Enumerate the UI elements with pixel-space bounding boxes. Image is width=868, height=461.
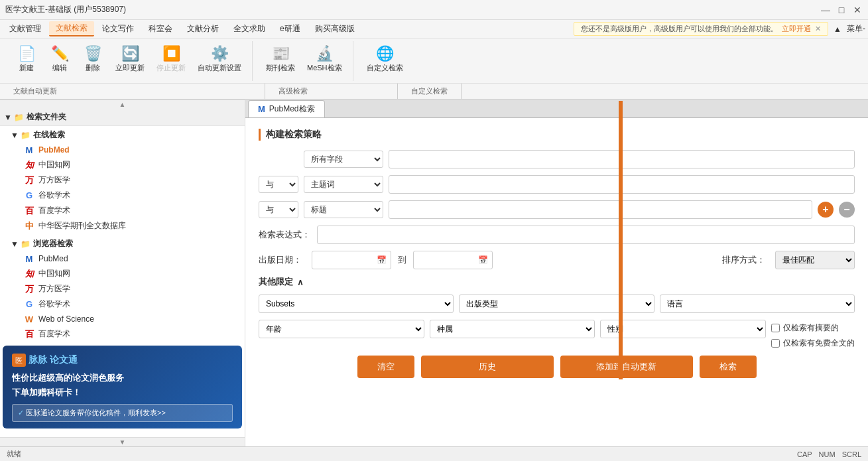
pubmed2-icon: M: [24, 253, 34, 264]
close-button[interactable]: ✕: [852, 5, 863, 15]
sidebar-scroll-down[interactable]: ▼: [0, 437, 245, 446]
tree-root[interactable]: ▼ 📁 检索文件夹: [0, 109, 245, 126]
species-select[interactable]: 种属: [430, 320, 595, 338]
field-select-1[interactable]: 所有字段 标题 摘要 主题词 作者 期刊: [304, 151, 383, 168]
menu-paper[interactable]: 论文写作: [95, 22, 141, 36]
remove-row-button[interactable]: −: [839, 202, 855, 218]
checkbox-group: 仅检索有摘要的 仅检索有免费全文的: [771, 320, 855, 349]
lang-select[interactable]: 语言: [660, 295, 855, 313]
zhonghua-icon: 中: [24, 221, 34, 231]
sidebar-item-google[interactable]: G 谷歌学术: [0, 188, 245, 203]
pub-type-select[interactable]: 出版类型: [459, 295, 654, 313]
toolbar-mesh-search[interactable]: 🔬 MeSH检索: [302, 44, 347, 76]
menu-search[interactable]: 文献检索: [49, 21, 94, 36]
sidebar-item-pubmed[interactable]: M PubMed: [0, 143, 245, 157]
sidebar-item-zhonghua[interactable]: 中 中华医学期刊全文数据库: [0, 218, 245, 233]
check-abstract-label[interactable]: 仅检索有摘要的: [771, 322, 839, 334]
banner-button[interactable]: ✓ 医脉通论文服务帮你优化稿件，顺利发表>>: [12, 404, 233, 422]
search-input-3[interactable]: [389, 200, 812, 219]
date-from[interactable]: 📅: [312, 251, 391, 269]
menu-etong[interactable]: e研通: [273, 22, 307, 36]
limits-label: 其他限定: [259, 276, 293, 288]
baidu2-icon: 百: [24, 329, 34, 340]
gender-select[interactable]: 性别: [600, 320, 766, 338]
toolbar-stop-update[interactable]: ⏹️ 停止更新: [151, 44, 191, 76]
sidebar-item-wanfang[interactable]: 万 万方医学: [0, 172, 245, 188]
autoupdate-button[interactable]: 添加到自动更新: [560, 356, 693, 378]
sidebar-item-google2[interactable]: G 谷歌学术: [0, 296, 245, 312]
search-row-3: 与 或 非 标题 主题词 摘要 作者 期刊 + −: [259, 200, 855, 219]
section-advanced: 高级检索: [265, 84, 398, 99]
field-select-3[interactable]: 标题 主题词 摘要 作者 期刊: [304, 201, 383, 218]
age-select[interactable]: 年龄: [259, 320, 424, 338]
history-button[interactable]: 历史: [421, 356, 554, 378]
subsets-select[interactable]: Subsets: [259, 295, 454, 313]
connector-select-2[interactable]: 与 或 非: [259, 176, 298, 193]
search-input-2[interactable]: [389, 175, 855, 194]
field-select-2[interactable]: 主题词 标题 摘要 作者 期刊: [304, 176, 383, 193]
menu-upgrade[interactable]: 购买高级版: [308, 22, 361, 36]
add-row-button[interactable]: +: [818, 202, 834, 218]
status-bar: 就绪 CAP NUM SCRL: [0, 446, 868, 461]
menu-literature[interactable]: 文献管理: [3, 22, 48, 36]
limits-chevron: ∧: [297, 277, 304, 287]
toolbar-journal-search[interactable]: 📰 期刊检索: [261, 44, 300, 76]
main-area: ▲ ▼ 📁 检索文件夹 ▼ 📁 在线检索 M PubMed: [0, 99, 868, 446]
sidebar-scroll-up[interactable]: ▲: [0, 99, 245, 109]
toolbar-group-auto-update: 📄 新建 ✏️ 编辑 🗑️ 删除 🔄 立即更新 ⏹️ 停止更新 ⚙️ 自动更新设…: [5, 41, 253, 81]
banner-btn-label: 医脉通论文服务帮你优化稿件，顺利发表>>: [26, 407, 166, 419]
clear-button[interactable]: 清空: [357, 356, 414, 378]
limits-header[interactable]: 其他限定 ∧: [259, 276, 855, 288]
custom-search-icon: 🌐: [376, 46, 394, 61]
sidebar-item-pubmed2[interactable]: M PubMed: [0, 251, 245, 266]
toolbar-update-now[interactable]: 🔄 立即更新: [110, 44, 150, 76]
toolbar-auto-settings[interactable]: ⚙️ 自动更新设置: [192, 44, 247, 76]
maximize-button[interactable]: □: [836, 5, 847, 15]
wanfang2-icon: 万: [24, 284, 34, 295]
limits-grid-1: Subsets 出版类型 语言: [259, 295, 855, 313]
connector-select-3[interactable]: 与 或 非: [259, 201, 298, 218]
search-input-1[interactable]: [389, 150, 855, 168]
toolbar-new[interactable]: 📄 新建: [11, 44, 42, 76]
online-search-header[interactable]: ▼ 📁 在线检索: [0, 127, 245, 143]
minimize-button[interactable]: —: [820, 5, 831, 15]
limits-row-2: 年龄 种属 性别 仅检索有摘要的 仅检索有免费全文的: [259, 320, 855, 349]
window-controls: — □ ✕: [820, 5, 863, 15]
search-button[interactable]: 检索: [700, 356, 757, 378]
check-abstract[interactable]: [771, 324, 780, 332]
notification-text: 您还不是高级版用户，高级版用户可以使用我们的全部功能。: [581, 24, 778, 34]
banner-line1: 性价比超级高的论文润色服务: [12, 371, 233, 385]
toolbar-edit[interactable]: ✏️ 编辑: [44, 44, 76, 76]
toolbar-custom-search[interactable]: 🌐 自定义检索: [361, 44, 408, 76]
sidebar-item-wanfang2[interactable]: 万 万方医学: [0, 281, 245, 296]
online-search-group: ▼ 📁 在线检索 M PubMed 知 中国知网 万 万方医学: [0, 126, 245, 235]
browser-search-group: ▼ 📁 浏览器检索 M PubMed 知 中国知网 万 万方医学: [0, 235, 245, 343]
toolbar-sections: 文献自动更新 高级检索 自定义检索: [0, 84, 868, 99]
tab-pubmed[interactable]: M PubMed检索: [248, 100, 325, 117]
toolbar-delete[interactable]: 🗑️ 删除: [77, 44, 109, 76]
sidebar-item-cnki[interactable]: 知 中国知网: [0, 157, 245, 172]
menu-analysis[interactable]: 文献分析: [180, 22, 225, 36]
sidebar-item-baidu[interactable]: 百 百度学术: [0, 203, 245, 218]
date-to-value: [418, 255, 440, 265]
status-scrl: SCRL: [842, 450, 861, 458]
menu-label[interactable]: 菜单-: [847, 23, 865, 34]
menu-arrow-up[interactable]: ▲: [834, 25, 841, 34]
google2-icon: G: [24, 299, 34, 310]
date-to[interactable]: 📅: [413, 251, 493, 269]
activate-link[interactable]: 立即开通: [782, 24, 811, 34]
menu-department[interactable]: 科室会: [142, 22, 179, 36]
sidebar-item-wos[interactable]: W Web of Science: [0, 312, 245, 326]
sidebar-item-cnki2[interactable]: 知 中国知网: [0, 266, 245, 281]
check-free-label[interactable]: 仅检索有免费全文的: [771, 338, 855, 349]
expression-label: 检索表达式：: [259, 229, 310, 241]
pubmed-icon: M: [24, 145, 34, 155]
toolbar-group-advanced: 📰 期刊检索 🔬 MeSH检索: [255, 41, 353, 81]
notification-close[interactable]: ✕: [815, 25, 821, 33]
sort-select[interactable]: 最佳匹配 最新发表 最多引用: [775, 251, 855, 269]
browser-search-header[interactable]: ▼ 📁 浏览器检索: [0, 236, 245, 251]
menu-fulltext[interactable]: 全文求助: [227, 22, 272, 36]
sidebar-item-baidu2[interactable]: 百 百度学术: [0, 326, 245, 342]
check-free[interactable]: [771, 339, 780, 348]
expression-input[interactable]: [317, 226, 855, 244]
